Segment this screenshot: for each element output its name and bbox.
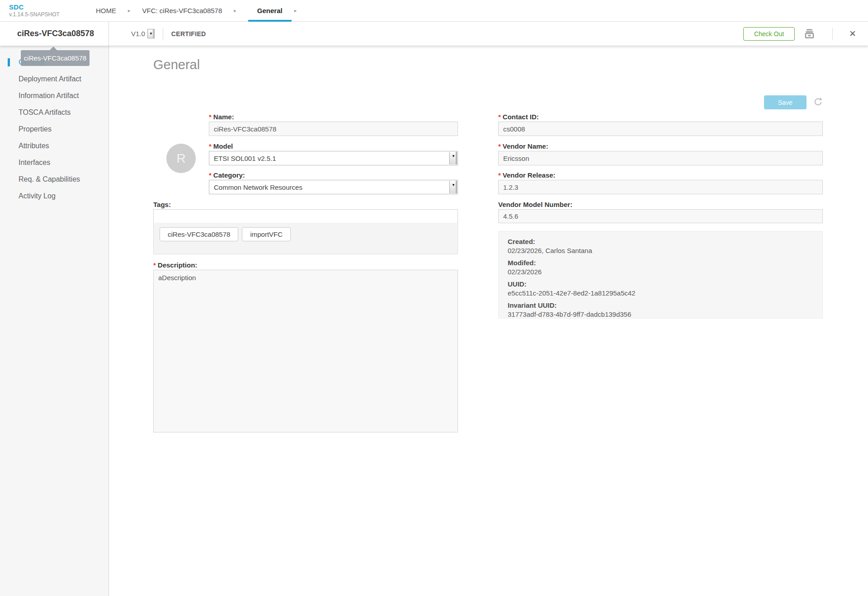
required-asterisk: * (498, 113, 501, 121)
version-label: V1.0 (131, 30, 145, 38)
general-form: General Save R *Name: *Model ETSI SOL001… (109, 46, 868, 596)
main-area: ciRes-VFC3ca08578 General Deployment Art… (0, 46, 868, 596)
tags-label-text: Tags: (153, 201, 171, 208)
resource-toolbar: ciRes-VFC3ca08578 V1.0 ▼ CERTIFIED Check… (0, 22, 868, 46)
category-label-text: Category: (213, 171, 245, 179)
tag-chip[interactable]: importVFC (242, 227, 291, 241)
uuid-value: e5cc511c-2051-42e7-8ed2-1a81295a5c42 (508, 289, 813, 298)
version-selector[interactable]: V1.0 ▼ (131, 29, 155, 38)
sidebar-item-activity-log[interactable]: Activity Log (0, 188, 108, 204)
check-out-button[interactable]: Check Out (743, 27, 795, 41)
resource-title: ciRes-VFC3ca08578 (0, 22, 109, 46)
revert-icon[interactable] (813, 97, 823, 108)
app-logo-title: SDC (9, 3, 96, 11)
sidebar-item-req-capabilities[interactable]: Req. & Capabilities (0, 171, 108, 188)
resource-name-tooltip: ciRes-VFC3ca08578 (21, 50, 90, 66)
app-version: v.1.14.5-SNAPSHOT (9, 11, 96, 18)
description-label: *Description: (153, 261, 197, 269)
toolbar-divider (832, 28, 833, 40)
vendor-release-label: *Vendor Release: (498, 171, 556, 179)
sidebar: ciRes-VFC3ca08578 General Deployment Art… (0, 46, 109, 596)
vendor-name-label-text: Vendor Name: (503, 142, 548, 150)
app-logo: SDC v.1.14.5-SNAPSHOT (0, 0, 96, 21)
required-asterisk: * (498, 171, 501, 179)
tags-list: ciRes-VFC3ca08578 importVFC (153, 223, 458, 254)
breadcrumb: HOME ▸ VFC: ciRes-VFC3ca08578 ▸ General … (96, 0, 304, 21)
invariant-uuid-value: 31773adf-d783-4b7d-9ff7-dadcb139d356 (508, 310, 813, 319)
sidebar-item-properties[interactable]: Properties (0, 121, 108, 137)
sidebar-item-interfaces[interactable]: Interfaces (0, 154, 108, 171)
category-label: *Category: (209, 171, 245, 179)
meta-invariant-uuid: Invariant UUID: 31773adf-d783-4b7d-9ff7-… (508, 301, 813, 319)
model-select[interactable]: ETSI SOL001 v2.5.1 ▼ (209, 151, 458, 165)
contact-id-label-text: Contact ID: (503, 113, 539, 121)
model-label: *Model (209, 142, 233, 150)
description-label-text: Description: (158, 261, 198, 269)
name-input[interactable] (209, 122, 458, 136)
model-label-text: Model (213, 142, 233, 150)
modified-label: Modifed: (508, 258, 813, 267)
contact-id-label: *Contact ID: (498, 113, 539, 121)
category-select-value: Common Network Resources (214, 183, 302, 191)
tags-label: Tags: (153, 201, 171, 208)
tags-input[interactable] (153, 209, 458, 223)
chevron-down-icon: ▼ (149, 32, 153, 36)
contact-id-input[interactable] (498, 122, 823, 136)
category-select[interactable]: Common Network Resources ▼ (209, 180, 458, 194)
meta-modified: Modifed: 02/23/2026 (508, 258, 813, 277)
required-asterisk: * (209, 142, 212, 150)
breadcrumb-separator-icon: ▸ (234, 8, 236, 14)
meta-uuid: UUID: e5cc511c-2051-42e7-8ed2-1a81295a5c… (508, 280, 813, 298)
revert-icon-svg (813, 97, 823, 106)
description-textarea[interactable]: aDescription (153, 270, 458, 432)
print-icon[interactable] (804, 29, 815, 38)
close-icon[interactable]: ✕ (849, 28, 856, 39)
top-header: SDC v.1.14.5-SNAPSHOT HOME ▸ VFC: ciRes-… (0, 0, 868, 22)
metadata-panel: Created: 02/23/2026, Carlos Santana Modi… (498, 231, 823, 319)
name-label-text: Name: (213, 113, 234, 121)
print-icon-svg (804, 29, 815, 38)
sidebar-item-deployment-artifact[interactable]: Deployment Artifact (0, 70, 108, 87)
uuid-label: UUID: (508, 280, 813, 289)
version-dropdown-button[interactable]: ▼ (147, 29, 155, 38)
created-label: Created: (508, 237, 813, 246)
lifecycle-state-badge: CERTIFIED (171, 30, 206, 38)
vendor-release-label-text: Vendor Release: (503, 171, 556, 179)
sidebar-item-attributes[interactable]: Attributes (0, 137, 108, 154)
avatar: R (166, 144, 196, 173)
vendor-release-input[interactable] (498, 180, 823, 194)
created-value: 02/23/2026, Carlos Santana (508, 246, 813, 255)
sidebar-item-information-artifact[interactable]: Information Artifact (0, 87, 108, 104)
save-button[interactable]: Save (764, 95, 807, 109)
chevron-down-icon: ▼ (449, 152, 457, 164)
vendor-name-label: *Vendor Name: (498, 142, 548, 150)
tag-chip[interactable]: ciRes-VFC3ca08578 (160, 227, 238, 241)
required-asterisk: * (209, 113, 212, 121)
breadcrumb-vfc[interactable]: VFC: ciRes-VFC3ca08578 (142, 0, 222, 21)
toolbar-divider (163, 28, 163, 40)
breadcrumb-separator-icon: ▸ (294, 8, 297, 14)
name-label: *Name: (209, 113, 234, 121)
vendor-model-number-label: Vendor Model Number: (498, 201, 572, 208)
breadcrumb-general-active-tab[interactable]: General (248, 0, 292, 21)
required-asterisk: * (498, 142, 501, 150)
breadcrumb-home[interactable]: HOME (96, 0, 116, 21)
vendor-model-number-label-text: Vendor Model Number: (498, 201, 572, 208)
breadcrumb-separator-icon: ▸ (128, 8, 131, 14)
model-select-value: ETSI SOL001 v2.5.1 (214, 155, 276, 162)
toolbar-main: V1.0 ▼ CERTIFIED Check Out ✕ (109, 22, 868, 46)
invariant-uuid-label: Invariant UUID: (508, 301, 813, 310)
vendor-name-input[interactable] (498, 151, 823, 165)
chevron-down-icon: ▼ (449, 181, 457, 193)
required-asterisk: * (153, 261, 156, 269)
meta-created: Created: 02/23/2026, Carlos Santana (508, 237, 813, 255)
vendor-model-number-input[interactable] (498, 209, 823, 223)
sidebar-item-tosca-artifacts[interactable]: TOSCA Artifacts (0, 104, 108, 121)
modified-value: 02/23/2026 (508, 267, 813, 277)
required-asterisk: * (209, 171, 212, 179)
page-title: General (153, 57, 200, 72)
